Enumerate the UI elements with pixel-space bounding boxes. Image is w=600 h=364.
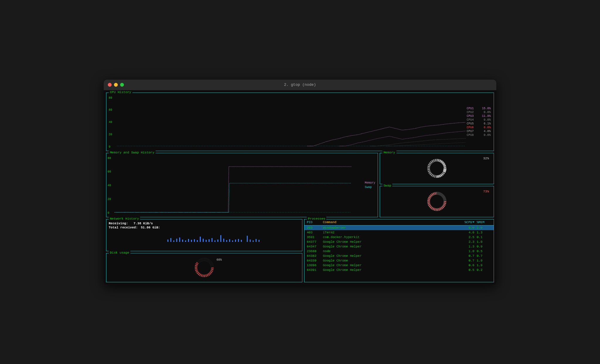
proc-mem: 0.9	[477, 245, 491, 248]
svg-rect-18	[197, 240, 198, 242]
table-row[interactable]: 23688 node 1.0 0.5	[304, 249, 494, 254]
memory-title: Memory	[382, 151, 396, 154]
svg-rect-12	[179, 237, 180, 242]
cpu-legend: CPU1 15.0% CPU2 0.0% CPU3 11.8% CPU4 0.0…	[466, 94, 492, 150]
proc-cpu: 0.7	[459, 259, 477, 262]
net-proc-row: Network History Receiving: 7.38 KiB/s To…	[106, 219, 494, 282]
svg-rect-9	[171, 238, 171, 242]
svg-rect-23	[212, 238, 212, 242]
proc-command: Google Chrome Helper	[323, 254, 459, 258]
svg-rect-26	[220, 235, 221, 242]
svg-rect-20	[203, 239, 204, 242]
svg-rect-31	[235, 240, 236, 242]
memory-value: 32%	[483, 157, 489, 160]
legend-cpu4: CPU4 0.0%	[467, 118, 491, 122]
table-row[interactable]: 13096 Google Chrome Helper 0.6 1.9	[304, 263, 494, 268]
proc-cpu: 0.6	[459, 264, 477, 267]
proc-command: Google Chrome Helper	[323, 245, 459, 248]
cpu-graph-svg	[117, 96, 466, 148]
proc-command: Google Chrome Helper	[323, 240, 459, 244]
table-row[interactable]: 403 iTerm2 4.6 1.3	[304, 230, 494, 235]
proc-cpu: 2.5	[459, 235, 477, 239]
y-label-60: 60	[109, 108, 112, 112]
table-row[interactable]: 64347 Google Chrome Helper 1.3 0.9	[304, 244, 494, 249]
table-row[interactable]: 64339 Google Chrome 0.7 1.9	[304, 258, 494, 263]
y-label-20: 20	[109, 133, 112, 136]
proc-pid: 64391	[307, 268, 323, 272]
cpu-graph-area: 80 60 40 20 0	[108, 94, 466, 150]
svg-rect-36	[253, 240, 254, 242]
proc-command: Google Chrome	[323, 259, 459, 262]
table-row[interactable]: 64391 Google Chrome Helper 0.5 0.2	[304, 268, 494, 272]
proc-cpu: 4.6	[459, 231, 477, 234]
svg-rect-29	[229, 239, 230, 242]
svg-rect-33	[241, 240, 242, 242]
table-row[interactable]: 203 WindowServer 9.0 1.0	[304, 225, 494, 230]
proc-mem: 0.1	[477, 235, 491, 239]
proc-table-header: PID Command %CPU ▼ %MEM	[304, 219, 494, 225]
legend-cpu5: CPU5 6.1%	[467, 122, 491, 125]
svg-rect-8	[168, 240, 168, 242]
proc-cpu: 1.3	[459, 245, 477, 248]
svg-rect-14	[185, 240, 186, 242]
legend-cpu7: CPU7 4.0%	[467, 130, 491, 133]
svg-rect-32	[238, 239, 239, 242]
swap-title: Swap	[382, 184, 392, 187]
total-value: 51.86 GiB:	[141, 226, 160, 229]
svg-rect-25	[217, 240, 218, 242]
disk-title: Disk usage	[109, 251, 130, 254]
minimize-button[interactable]	[114, 83, 118, 87]
proc-command: Google Chrome Helper	[323, 264, 459, 267]
mem-right-panels: Memory /* dots rendered below */	[380, 153, 494, 217]
receiving-label: Receiving:	[109, 222, 128, 225]
table-row[interactable]: 3591 com.docker.hyperkit 2.5 0.1	[304, 235, 494, 240]
proc-pid: 64339	[307, 259, 323, 262]
proc-cpu: 2.3	[459, 240, 477, 244]
proc-mem: 1.0	[477, 240, 491, 244]
mem-swap-row: Memory and Swap History 80 60 40 20 0 Me…	[106, 153, 494, 217]
proc-cpu: 0.5	[459, 268, 477, 272]
total-label: Total received:	[109, 226, 138, 229]
svg-rect-35	[250, 240, 250, 242]
proc-mem: 0.5	[477, 249, 491, 253]
cpu-history-title: CPU History	[109, 90, 132, 94]
swap-donut	[425, 190, 449, 213]
maximize-button[interactable]	[120, 83, 124, 87]
mem-history-title: Memory and Swap History	[109, 151, 156, 154]
svg-rect-30	[232, 240, 233, 242]
svg-rect-38	[259, 240, 260, 242]
svg-rect-16	[191, 240, 192, 242]
receiving-value: 7.38 KiB/s	[134, 222, 153, 225]
mem-legend: Memory Swap	[365, 181, 375, 189]
sort-arrow-icon: ▼	[473, 221, 474, 224]
mem-y-axis: 80 60 40 20 0	[108, 157, 111, 215]
proc-table-body: 203 WindowServer 9.0 1.0 403 iTerm2 4.6 …	[304, 225, 494, 272]
close-button[interactable]	[108, 83, 112, 87]
proc-pid: 64377	[307, 240, 323, 244]
proc-pid: 23688	[307, 249, 323, 253]
proc-pid: 13096	[307, 264, 323, 267]
proc-command: iTerm2	[323, 231, 459, 234]
main-window: 2. gtop (node) CPU History 80 60 40 20 0	[104, 80, 496, 285]
svg-rect-24	[214, 240, 215, 242]
proc-mem: 1.3	[477, 231, 491, 234]
receiving-line: Receiving: 7.38 KiB/s	[109, 222, 300, 225]
table-row[interactable]: 64377 Google Chrome Helper 2.3 1.0	[304, 240, 494, 244]
proc-mem: 0.7	[477, 254, 491, 258]
memory-panel: Memory /* dots rendered below */	[380, 153, 494, 184]
svg-rect-21	[206, 240, 207, 242]
y-label-0: 0	[109, 145, 112, 148]
svg-rect-17	[194, 239, 195, 242]
total-line: Total received: 51.86 GiB:	[109, 226, 300, 229]
proc-pid: 203	[307, 226, 323, 230]
disk-panel: Disk usage 60%	[106, 253, 302, 282]
disk-donut-container: 60%	[192, 256, 216, 279]
y-label-80: 80	[109, 96, 112, 100]
header-cpu: %CPU ▼	[459, 221, 477, 224]
table-row[interactable]: 64382 Google Chrome Helper 0.7 0.7	[304, 254, 494, 258]
network-graph	[109, 232, 300, 242]
svg-rect-15	[188, 239, 189, 242]
header-mem: %MEM	[477, 221, 491, 224]
content: CPU History 80 60 40 20 0	[104, 90, 496, 285]
header-command: Command	[323, 221, 459, 224]
